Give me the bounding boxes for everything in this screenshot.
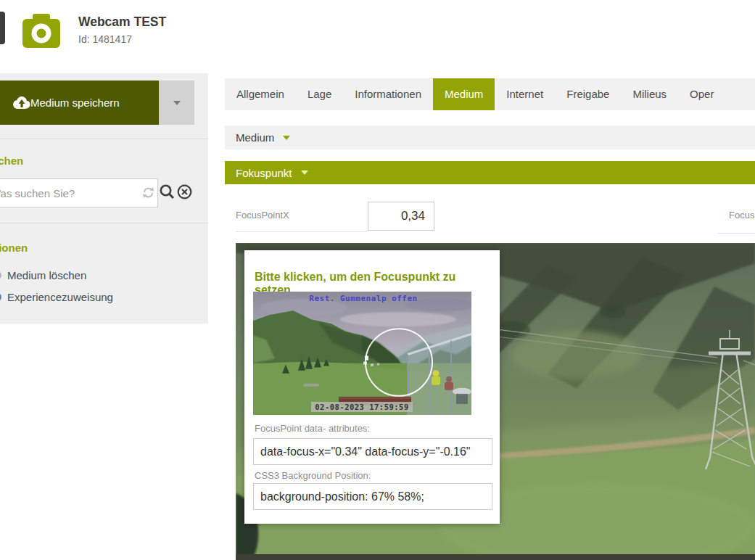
divider xyxy=(236,231,367,232)
search-box xyxy=(0,178,158,207)
search-heading: Suchen xyxy=(0,155,23,167)
action-label: Medium löschen xyxy=(7,269,86,281)
focuspoint-y-label: FocusPointY xyxy=(729,210,755,221)
page-title: Webcam TEST xyxy=(78,15,166,30)
tab-informationen[interactable]: Informationen xyxy=(343,78,433,110)
save-medium-button[interactable]: Medium speichern xyxy=(0,81,159,125)
webcam-timestamp: 02-08-2023 17:59:59 xyxy=(315,403,408,411)
tab-lage[interactable]: Lage xyxy=(296,78,343,110)
save-button-label: Medium speichern xyxy=(30,96,120,109)
focuspoint-attr-input[interactable] xyxy=(253,438,492,465)
refresh-icon[interactable] xyxy=(141,185,155,200)
focuspoint-dialog: Bitte klicken, um den Focuspunkt zu setz… xyxy=(244,250,500,524)
action-delete-medium[interactable]: Medium löschen xyxy=(0,269,86,281)
tab-allgemein[interactable]: Allgemein xyxy=(225,78,296,110)
save-options-dropdown[interactable] xyxy=(159,81,194,125)
clear-search-icon[interactable] xyxy=(177,184,192,199)
app-logo xyxy=(0,12,5,44)
section-medium-label: Medium xyxy=(236,131,274,144)
tab-medium[interactable]: Medium xyxy=(433,78,495,110)
media-id: Id: 1481417 xyxy=(78,33,132,45)
divider xyxy=(718,233,755,234)
actions-heading: Aktionen xyxy=(0,242,28,254)
divider xyxy=(0,223,208,223)
tab-milieus[interactable]: Milieus xyxy=(621,78,678,110)
tab-bar: Allgemein Lage Informationen Medium Inte… xyxy=(225,78,755,110)
sidebar: Medium speichern Suchen Aktionen Medium … xyxy=(0,73,208,324)
webcam-thumbnail[interactable]: 02-08-2023 17:59:59 Rest. Gummenalp offe… xyxy=(253,292,471,415)
action-experience-assignment[interactable]: Experiencezuweisung xyxy=(0,291,113,303)
search-input[interactable] xyxy=(0,179,157,207)
chevron-down-icon xyxy=(173,101,181,105)
action-label: Experiencezuweisung xyxy=(7,291,113,303)
tab-freigabe[interactable]: Freigabe xyxy=(555,78,621,110)
focuspoint-x-input[interactable] xyxy=(368,202,434,231)
section-medium[interactable]: Medium xyxy=(225,125,755,149)
attr-label: FocusPoint data- attributes: xyxy=(255,423,370,434)
experience-icon xyxy=(0,292,1,302)
css-label: CSS3 Background Position: xyxy=(255,470,371,481)
section-fokuspunkt-label: Fokuspunkt xyxy=(236,167,292,179)
webcam-caption: Rest. Gummenalp offen xyxy=(309,294,417,303)
focuspoint-x-label: FocusPointX xyxy=(236,210,289,221)
tab-internet[interactable]: Internet xyxy=(495,78,555,110)
search-icon[interactable] xyxy=(159,184,176,200)
chevron-down-icon xyxy=(301,170,308,175)
divider xyxy=(0,139,208,139)
delete-icon xyxy=(0,271,1,280)
chevron-down-icon xyxy=(283,136,290,140)
css-position-input[interactable] xyxy=(253,483,492,510)
webcam-icon xyxy=(20,9,62,53)
cloud-upload-icon xyxy=(12,95,31,110)
section-fokuspunkt[interactable]: Fokuspunkt xyxy=(225,161,755,184)
tab-oper[interactable]: Oper xyxy=(678,78,725,110)
